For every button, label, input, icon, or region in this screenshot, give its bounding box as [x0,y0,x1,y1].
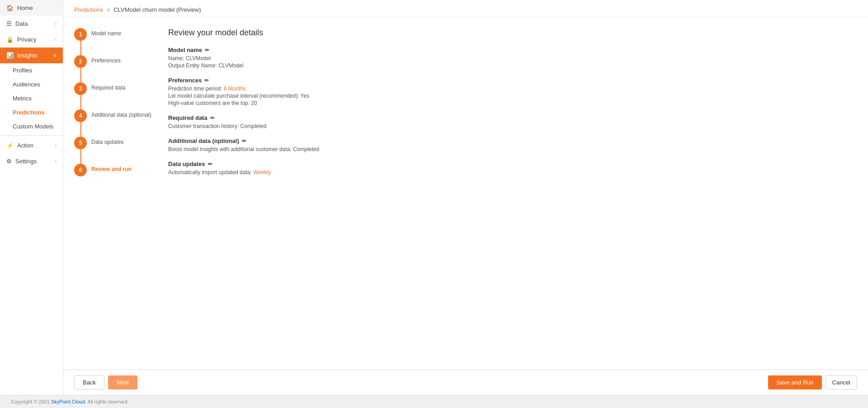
copyright-suffix: . All rights reserved. [85,399,129,404]
review-section-model-name: Model name ✏ Name: CLVModel Output Entit… [168,47,854,69]
breadcrumb-bar: Predictions > CLVModel churn model (Prev… [63,0,868,17]
step-3-label: Required data [91,82,125,91]
step-6-circle: 6 [74,164,87,176]
back-button[interactable]: Back [74,375,104,389]
sidebar-item-profiles[interactable]: Profiles [0,63,63,77]
chevron-right-icon: › [55,159,57,164]
review-section-preferences: Preferences ✏ Prediction time period: 6 … [168,77,854,106]
additional-data-edit-icon[interactable]: ✏ [242,138,246,144]
sidebar-item-action-label: Action [17,142,33,149]
step-1-circle: 1 [74,28,87,41]
sidebar-item-home[interactable]: 🏠 Home [0,0,63,16]
step-2-label: Preferences [91,55,121,64]
sidebar-item-insights-label: Insights [17,52,38,59]
step-5-label: Data updates [91,137,123,145]
step-3: 3 Required data [74,82,154,95]
sidebar-item-custom-models[interactable]: Custom Models [0,119,63,133]
data-updates-import-row: Automatically import updated data: Weekl… [168,169,854,176]
home-icon: 🏠 [6,5,14,11]
sidebar-item-metrics-label: Metrics [13,95,32,102]
sidebar-item-data-label: Data [15,20,28,27]
step-4-circle: 4 [74,109,87,122]
data-updates-edit-icon[interactable]: ✏ [208,161,212,167]
breadcrumb-current: CLVModel churn model (Preview) [113,6,201,13]
breadcrumb-separator: > [107,6,110,13]
chevron-right-icon: › [55,21,57,26]
step-5: 5 Data updates [74,137,154,149]
lock-icon: 🔒 [6,36,14,43]
step-5-circle: 5 [74,137,87,149]
step-4-label: Additional data (optional) [91,109,151,118]
footer-bar: Back Next Save and Run Cancel [63,370,868,395]
sidebar-item-settings-label: Settings [15,158,37,165]
preferences-time-period-value: 6 Months [224,85,246,92]
sidebar-item-predictions-label: Predictions [13,109,45,116]
sidebar-item-home-label: Home [17,5,33,11]
copyright-bar: Copyright © 2021 SkyPoint Cloud. All rig… [0,395,868,408]
sidebar: 🏠 Home ☰ Data › 🔒 Privacy › 📊 Insights ∨… [0,0,63,395]
required-data-transaction-row: Customer transaction history: Completed [168,123,854,129]
action-icon: ⚡ [6,142,14,149]
next-button[interactable]: Next [108,375,137,389]
review-section-additional-data: Additional data (optional) ✏ Boost model… [168,138,854,152]
review-section-required-data: Required data ✏ Customer transaction his… [168,114,854,129]
review-section-additional-data-header: Additional data (optional) ✏ [168,138,854,144]
steps-panel: 1 Model name 2 Preferences 3 Required da… [63,17,154,370]
sidebar-item-insights[interactable]: 📊 Insights ∨ [0,47,63,63]
additional-data-section-label: Additional data (optional) [168,138,239,144]
step-6-label: Review and run [91,164,132,172]
sidebar-item-audiences-label: Audiences [13,81,40,88]
sidebar-item-action[interactable]: ⚡ Action › [0,138,63,153]
sidebar-item-data[interactable]: ☰ Data › [0,16,63,32]
step-3-circle: 3 [74,82,87,95]
sidebar-item-profiles-label: Profiles [13,67,32,74]
model-name-output-row: Output Entity Name: CLVModel [168,62,854,69]
step-4: 4 Additional data (optional) [74,109,154,122]
breadcrumb-predictions-link[interactable]: Predictions [74,6,103,13]
chevron-down-icon: ∨ [53,53,57,58]
model-name-name-row: Name: CLVModel [168,55,854,62]
preferences-high-value-row: High-value customers are the top: 20 [168,100,854,106]
model-name-edit-icon[interactable]: ✏ [205,47,209,53]
review-section-data-updates-header: Data updates ✏ [168,161,854,167]
additional-data-boost-row: Boost model insights with additional cus… [168,146,854,152]
required-data-section-label: Required data [168,114,208,121]
review-section-data-updates: Data updates ✏ Automatically import upda… [168,161,854,176]
step-1-label: Model name [91,28,121,37]
main-content: Predictions > CLVModel churn model (Prev… [63,0,868,395]
preferences-edit-icon[interactable]: ✏ [204,77,209,84]
insights-icon: 📊 [6,52,14,59]
copyright-text: Copyright © 2021 [11,399,51,404]
data-updates-section-label: Data updates [168,161,205,167]
review-section-model-name-header: Model name ✏ [168,47,854,53]
sidebar-item-metrics[interactable]: Metrics [0,91,63,105]
sidebar-item-predictions[interactable]: Predictions [0,105,63,119]
review-title: Review your model details [168,28,854,38]
skypoint-cloud-link[interactable]: SkyPoint Cloud [51,399,85,404]
step-1: 1 Model name [74,28,154,41]
sidebar-item-audiences[interactable]: Audiences [0,77,63,91]
required-data-edit-icon[interactable]: ✏ [210,115,215,121]
breadcrumb: Predictions > CLVModel churn model (Prev… [74,6,857,13]
step-2-circle: 2 [74,55,87,68]
gear-icon: ⚙ [6,158,12,165]
chevron-right-icon: › [55,37,57,42]
review-section-preferences-header: Preferences ✏ [168,77,854,84]
sidebar-item-privacy-label: Privacy [17,36,37,43]
step-6: 6 Review and run [74,164,154,176]
preferences-section-label: Preferences [168,77,202,84]
save-run-button[interactable]: Save and Run [768,375,821,389]
sidebar-item-custom-models-label: Custom Models [13,123,53,130]
content-area: 1 Model name 2 Preferences 3 Required da… [63,17,868,370]
step-2: 2 Preferences [74,55,154,68]
sidebar-item-privacy[interactable]: 🔒 Privacy › [0,32,63,47]
data-icon: ☰ [6,20,12,27]
cancel-button[interactable]: Cancel [826,375,857,389]
review-panel: Review your model details Model name ✏ N… [154,17,868,370]
model-name-section-label: Model name [168,47,202,53]
sidebar-item-settings[interactable]: ⚙ Settings › [0,153,63,169]
data-updates-frequency-value: Weekly [253,169,271,176]
review-section-required-data-header: Required data ✏ [168,114,854,121]
preferences-time-period-row: Prediction time period: 6 Months [168,85,854,92]
chevron-right-icon: › [55,143,57,148]
